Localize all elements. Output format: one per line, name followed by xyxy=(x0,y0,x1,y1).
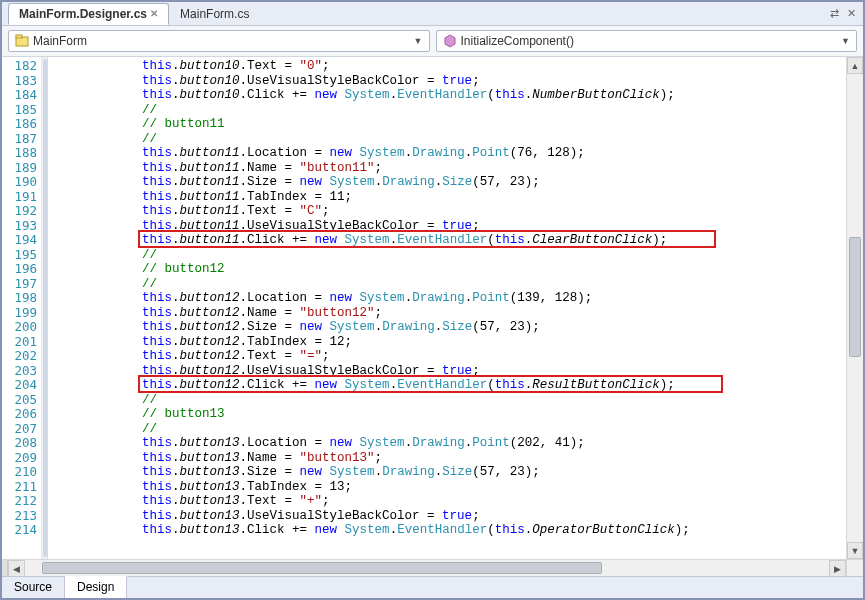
svg-rect-1 xyxy=(16,35,22,38)
member-selector-dropdown[interactable]: InitializeComponent() ▼ xyxy=(436,30,858,52)
mode-tab-design[interactable]: Design xyxy=(65,576,127,598)
code-line[interactable]: this.button11.Location = new System.Draw… xyxy=(48,146,846,161)
tab-designer-cs[interactable]: MainForm.Designer.cs ✕ xyxy=(8,3,169,25)
code-line[interactable]: // button13 xyxy=(48,407,846,422)
line-number-gutter: 1821831841851861871881891901911921931941… xyxy=(2,57,42,559)
code-line[interactable]: this.button10.UseVisualStyleBackColor = … xyxy=(48,74,846,89)
line-number: 201 xyxy=(2,335,37,350)
line-number: 193 xyxy=(2,219,37,234)
mode-tabstrip: Source Design xyxy=(2,576,863,598)
horizontal-scroll-thumb[interactable] xyxy=(42,562,602,574)
code-line[interactable]: // xyxy=(48,132,846,147)
tab-label: MainForm.Designer.cs xyxy=(19,7,147,21)
code-line[interactable]: this.button10.Click += new System.EventH… xyxy=(48,88,846,103)
line-number: 214 xyxy=(2,523,37,538)
code-line[interactable]: this.button12.UseVisualStyleBackColor = … xyxy=(48,364,846,379)
code-line[interactable]: this.button11.UseVisualStyleBackColor = … xyxy=(48,219,846,234)
line-number: 206 xyxy=(2,407,37,422)
scroll-down-button[interactable]: ▼ xyxy=(847,542,863,559)
line-number: 210 xyxy=(2,465,37,480)
code-line[interactable]: // xyxy=(48,248,846,263)
code-line[interactable]: // xyxy=(48,422,846,437)
line-number: 211 xyxy=(2,480,37,495)
line-number: 213 xyxy=(2,509,37,524)
line-number: 184 xyxy=(2,88,37,103)
line-number: 183 xyxy=(2,74,37,89)
line-number: 212 xyxy=(2,494,37,509)
horizontal-scrollbar[interactable] xyxy=(25,560,829,576)
code-line[interactable]: this.button12.Name = "button12"; xyxy=(48,306,846,321)
tab-close-all-icon[interactable]: ✕ xyxy=(844,7,859,20)
file-tabstrip: MainForm.Designer.cs ✕ MainForm.cs ⇄ ✕ xyxy=(2,2,863,26)
class-icon xyxy=(15,34,29,48)
line-number: 186 xyxy=(2,117,37,132)
code-line[interactable]: this.button11.Name = "button11"; xyxy=(48,161,846,176)
code-line[interactable]: this.button12.Text = "="; xyxy=(48,349,846,364)
line-number: 203 xyxy=(2,364,37,379)
line-number: 189 xyxy=(2,161,37,176)
code-line[interactable]: // xyxy=(48,393,846,408)
code-line[interactable]: this.button11.TabIndex = 11; xyxy=(48,190,846,205)
line-number: 192 xyxy=(2,204,37,219)
line-number: 204 xyxy=(2,378,37,393)
code-line[interactable]: this.button13.Name = "button13"; xyxy=(48,451,846,466)
member-selector-row: MainForm ▼ InitializeComponent() ▼ xyxy=(2,26,863,57)
tab-controls: ⇄ ✕ xyxy=(827,7,863,20)
method-icon xyxy=(443,34,457,48)
line-number: 202 xyxy=(2,349,37,364)
vertical-scrollbar[interactable]: ▲ ▼ xyxy=(846,57,863,559)
code-line[interactable]: this.button13.UseVisualStyleBackColor = … xyxy=(48,509,846,524)
editor-window: MainForm.Designer.cs ✕ MainForm.cs ⇄ ✕ M… xyxy=(0,0,865,600)
tab-overflow-icon[interactable]: ⇄ xyxy=(827,7,842,20)
code-lines: this.button10.Text = "0"; this.button10.… xyxy=(48,59,846,538)
code-line[interactable]: this.button13.Text = "+"; xyxy=(48,494,846,509)
line-number: 205 xyxy=(2,393,37,408)
class-selector-label: MainForm xyxy=(33,34,414,48)
scroll-left-button[interactable]: ◀ xyxy=(8,560,25,577)
outline-bar xyxy=(43,59,47,557)
line-number: 187 xyxy=(2,132,37,147)
code-line[interactable]: this.button13.Size = new System.Drawing.… xyxy=(48,465,846,480)
code-line[interactable]: this.button13.Click += new System.EventH… xyxy=(48,523,846,538)
vertical-scroll-thumb[interactable] xyxy=(849,237,861,357)
line-number: 195 xyxy=(2,248,37,263)
line-number: 182 xyxy=(2,59,37,74)
line-number: 194 xyxy=(2,233,37,248)
line-number: 191 xyxy=(2,190,37,205)
scroll-right-button[interactable]: ▶ xyxy=(829,560,846,577)
code-line[interactable]: // xyxy=(48,277,846,292)
code-line[interactable]: this.button13.Location = new System.Draw… xyxy=(48,436,846,451)
chevron-down-icon: ▼ xyxy=(414,36,423,46)
code-line[interactable]: this.button11.Click += new System.EventH… xyxy=(48,233,846,248)
code-line[interactable]: // button12 xyxy=(48,262,846,277)
tab-label: MainForm.cs xyxy=(180,7,249,21)
code-line[interactable]: this.button12.Click += new System.EventH… xyxy=(48,378,846,393)
code-line[interactable]: this.button13.TabIndex = 13; xyxy=(48,480,846,495)
close-icon[interactable]: ✕ xyxy=(150,8,158,19)
chevron-down-icon: ▼ xyxy=(841,36,850,46)
line-number: 207 xyxy=(2,422,37,437)
code-editor: 1821831841851861871881891901911921931941… xyxy=(2,57,863,559)
code-line[interactable]: this.button11.Size = new System.Drawing.… xyxy=(48,175,846,190)
scroll-corner xyxy=(846,560,863,576)
code-line[interactable]: this.button12.Size = new System.Drawing.… xyxy=(48,320,846,335)
mode-tab-source[interactable]: Source xyxy=(2,577,65,598)
tab-mainform-cs[interactable]: MainForm.cs xyxy=(169,3,260,24)
line-number: 196 xyxy=(2,262,37,277)
scroll-up-button[interactable]: ▲ xyxy=(847,57,863,74)
code-line[interactable]: this.button12.TabIndex = 12; xyxy=(48,335,846,350)
member-selector-label: InitializeComponent() xyxy=(461,34,842,48)
line-number: 209 xyxy=(2,451,37,466)
line-number: 208 xyxy=(2,436,37,451)
code-line[interactable]: // xyxy=(48,103,846,118)
horizontal-scrollbar-row: ◀ ▶ xyxy=(2,559,863,576)
code-line[interactable]: this.button10.Text = "0"; xyxy=(48,59,846,74)
code-line[interactable]: // button11 xyxy=(48,117,846,132)
code-line[interactable]: this.button11.Text = "C"; xyxy=(48,204,846,219)
code-area[interactable]: this.button10.Text = "0"; this.button10.… xyxy=(48,57,846,559)
line-number: 190 xyxy=(2,175,37,190)
line-number: 198 xyxy=(2,291,37,306)
code-line[interactable]: this.button12.Location = new System.Draw… xyxy=(48,291,846,306)
class-selector-dropdown[interactable]: MainForm ▼ xyxy=(8,30,430,52)
line-number: 185 xyxy=(2,103,37,118)
